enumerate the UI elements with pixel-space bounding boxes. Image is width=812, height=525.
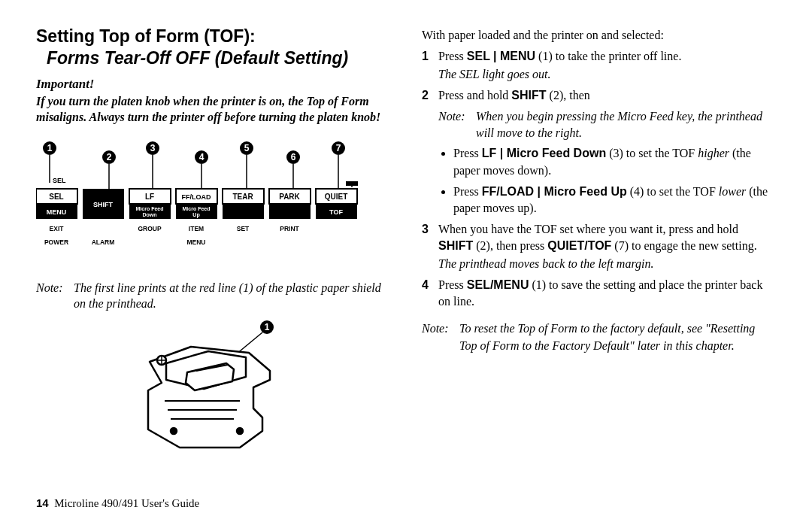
step-2: Press and hold SHIFT (2), then Note: Whe… (422, 87, 776, 217)
footer: 14 Microline 490/491 User's Guide (36, 496, 199, 510)
page-number: 14 (36, 496, 49, 509)
steps-list: Press SEL | MENU (1) to take the printer… (422, 48, 776, 310)
heading-main: Setting Top of Form (TOF): (36, 26, 256, 46)
svg-text:MENU: MENU (186, 238, 205, 246)
final-note: Note: To reset the Top of Form to the fa… (422, 320, 776, 354)
step-1: Press SEL | MENU (1) to take the printer… (422, 48, 776, 83)
callout-2: 2 (107, 152, 112, 162)
svg-text:PRINT: PRINT (280, 225, 299, 232)
svg-text:PARK: PARK (279, 193, 300, 201)
sel-light-label: SEL (53, 177, 66, 184)
bullet-2: Press FF/LOAD | Micro Feed Up (4) to set… (453, 184, 776, 217)
bullet-1: Press LF | Micro Feed Down (3) to set th… (453, 145, 776, 178)
heading-sub: Forms Tear-Off OFF (Default Setting) (47, 47, 390, 69)
printer-callout-1: 1 (264, 322, 269, 332)
control-panel-diagram: 1 2 3 4 5 6 7 (36, 138, 390, 272)
svg-text:FF/LOAD: FF/LOAD (182, 193, 211, 201)
svg-text:QUIET: QUIET (325, 193, 348, 201)
important-body: If you turn the platen knob when the pri… (36, 93, 390, 126)
button-4: FF/LOAD Micro Feed Up (176, 189, 217, 219)
step-1-result: The SEL light goes out. (438, 66, 776, 83)
callout-7: 7 (336, 143, 341, 153)
svg-text:Up: Up (192, 212, 199, 218)
svg-point-52 (171, 428, 177, 434)
svg-text:SEL: SEL (49, 193, 63, 201)
svg-text:SHIFT: SHIFT (93, 201, 114, 208)
callout-5: 5 (244, 143, 250, 153)
note-label: Note: (36, 280, 71, 296)
callout-1: 1 (47, 143, 53, 153)
svg-text:SET: SET (237, 225, 250, 232)
button-1: SEL MENU (36, 189, 77, 219)
svg-text:LF: LF (145, 193, 154, 201)
svg-text:ITEM: ITEM (189, 225, 204, 232)
svg-text:EXIT: EXIT (50, 225, 65, 232)
note-text: The first line prints at the red line (1… (74, 280, 387, 312)
svg-text:Micro Feed: Micro Feed (183, 206, 211, 211)
important-label: Important! (36, 77, 390, 92)
step-4: Press SEL/MENU (1) to save the setting a… (422, 277, 776, 310)
svg-text:TEAR: TEAR (232, 193, 253, 201)
callout-6: 6 (291, 152, 296, 162)
note-left: Note: The first line prints at the red l… (36, 280, 390, 312)
svg-rect-34 (223, 204, 264, 219)
svg-text:Down: Down (142, 212, 156, 217)
svg-text:GROUP: GROUP (138, 225, 162, 232)
svg-rect-37 (269, 204, 311, 219)
svg-text:POWER: POWER (44, 238, 68, 246)
svg-rect-15 (346, 181, 358, 186)
printer-diagram: 1 (36, 318, 390, 464)
button-5: TEAR (223, 189, 264, 219)
callout-3: 3 (150, 143, 156, 153)
svg-text:TOF: TOF (329, 208, 343, 216)
step-3: When you have the TOF set where you want… (422, 221, 776, 272)
callout-4: 4 (199, 152, 205, 162)
button-3: LF Micro Feed Down (129, 189, 171, 219)
lead-text: With paper loaded and the printer on and… (422, 29, 776, 42)
svg-text:ALARM: ALARM (92, 238, 115, 246)
footer-title: Microline 490/491 User's Guide (54, 497, 199, 509)
svg-point-53 (237, 428, 243, 434)
step-3-result: The printhead moves back to the left mar… (438, 256, 776, 272)
svg-text:MENU: MENU (47, 208, 67, 216)
button-7: QUIET TOF (316, 189, 357, 219)
heading: Setting Top of Form (TOF): Forms Tear-Of… (36, 26, 390, 69)
svg-text:Micro Feed: Micro Feed (136, 206, 164, 211)
button-6: PARK (269, 189, 311, 219)
button-2: SHIFT (83, 189, 124, 219)
